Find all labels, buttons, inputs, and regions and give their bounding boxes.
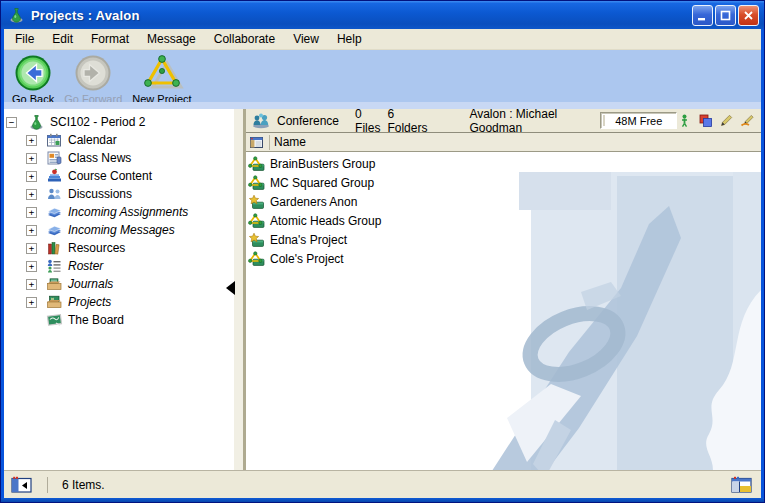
tree-expander[interactable]: +: [26, 297, 37, 308]
tree-item-discussions[interactable]: + Discussions: [4, 185, 234, 203]
menu-item-message[interactable]: Message: [138, 30, 205, 48]
list-item-label: BrainBusters Group: [270, 157, 375, 171]
toolbar: Go Back Go Forward New Project: [4, 50, 761, 102]
tree-expander[interactable]: +: [26, 171, 37, 182]
list-item-icon: [248, 251, 265, 267]
split-view-icon[interactable]: [731, 476, 753, 494]
list-item-label: Gardeners Anon: [270, 195, 357, 209]
tree-item-label: Roster: [68, 259, 103, 273]
tree-item-label: The Board: [68, 313, 124, 327]
tree-expander[interactable]: +: [26, 189, 37, 200]
tree-item-icon: [46, 132, 63, 148]
close-button[interactable]: [738, 5, 759, 26]
tree-item-incoming-messages[interactable]: + Incoming Messages: [4, 221, 234, 239]
list-item-cole-s-project[interactable]: Cole's Project: [246, 249, 761, 268]
status-bar: 6 Items.: [4, 470, 761, 498]
menu-item-help[interactable]: Help: [328, 30, 371, 48]
tree-item-roster[interactable]: + Roster: [4, 257, 234, 275]
menu-item-format[interactable]: Format: [82, 30, 138, 48]
tree-item-label: Resources: [68, 241, 125, 255]
window-title: Projects : Avalon: [31, 8, 140, 23]
tree-expander[interactable]: +: [26, 225, 37, 236]
menu-item-file[interactable]: File: [6, 30, 43, 48]
tree-item-icon: [46, 240, 63, 256]
tree-item-label: SCI102 - Period 2: [50, 115, 145, 129]
tree-item-the-board[interactable]: The Board: [4, 311, 234, 329]
tree-item-icon: [28, 114, 45, 130]
flask-app-icon: [8, 7, 26, 23]
panel-splitter[interactable]: [234, 109, 246, 470]
window-border-left: [1, 29, 4, 502]
tree-item-course-content[interactable]: + Course Content: [4, 167, 234, 185]
tree-expander: [26, 315, 37, 326]
list-item-label: MC Squared Group: [270, 176, 374, 190]
list-item-icon: [248, 156, 265, 172]
free-space-indicator: 48M Free: [600, 112, 677, 129]
tree-item-calendar[interactable]: + Calendar: [4, 131, 234, 149]
tree-item-journals[interactable]: + Journals: [4, 275, 234, 293]
tree-expander[interactable]: +: [26, 153, 37, 164]
go-forward-button[interactable]: Go Forward: [64, 54, 122, 105]
panel-toggle-icon[interactable]: [11, 476, 33, 494]
menu-item-collaborate[interactable]: Collaborate: [205, 30, 284, 48]
app-window: Projects : Avalon FileEditFormatMessageC…: [0, 0, 765, 503]
attendee-icon[interactable]: [677, 113, 692, 128]
tree-item-sci102-period-2[interactable]: − SCI102 - Period 2: [4, 113, 234, 131]
conference-action-icons: [677, 113, 755, 128]
conference-header-bar: Conference 0 Files 6 Folders Avalon : Mi…: [246, 109, 761, 133]
tree-expander[interactable]: −: [6, 117, 17, 128]
window-border-right: [761, 29, 764, 502]
tree-expander[interactable]: +: [26, 243, 37, 254]
list-item-gardeners-anon[interactable]: Gardeners Anon: [246, 192, 761, 211]
menu-item-view[interactable]: View: [284, 30, 328, 48]
tree-item-resources[interactable]: + Resources: [4, 239, 234, 257]
tree-item-icon: [46, 222, 63, 238]
title-bar[interactable]: Projects : Avalon: [1, 1, 764, 29]
list-item-icon: [248, 232, 265, 248]
list-item-mc-squared-group[interactable]: MC Squared Group: [246, 173, 761, 192]
minimize-button[interactable]: [692, 5, 713, 26]
menu-bar: FileEditFormatMessageCollaborateViewHelp: [2, 29, 763, 50]
tree-expander[interactable]: +: [26, 279, 37, 290]
go-back-button[interactable]: Go Back: [12, 54, 54, 105]
main-content: − SCI102 - Period 2 + Calendar + Class N…: [4, 109, 761, 470]
tree-item-icon: [46, 258, 63, 274]
tree-item-label: Incoming Assignments: [68, 205, 188, 219]
new-project-icon: [139, 54, 185, 92]
list-item-atomic-heads-group[interactable]: Atomic Heads Group: [246, 211, 761, 230]
go-forward-icon: [74, 54, 112, 92]
tree-item-icon: [46, 312, 63, 328]
signature-pencil-icon[interactable]: [740, 113, 755, 128]
file-list: BrainBusters Group MC Squared Group Gard…: [246, 152, 761, 268]
collapse-arrow-icon[interactable]: [226, 281, 235, 295]
name-column-label: Name: [274, 135, 306, 149]
list-item-label: Cole's Project: [270, 252, 344, 266]
tree-item-projects[interactable]: + Projects: [4, 293, 234, 311]
maximize-button[interactable]: [715, 5, 736, 26]
new-project-button[interactable]: New Project: [132, 54, 191, 105]
tree-item-incoming-assignments[interactable]: + Incoming Assignments: [4, 203, 234, 221]
list-item-brainbusters-group[interactable]: BrainBusters Group: [246, 154, 761, 173]
free-space-label: 48M Free: [615, 115, 662, 127]
name-column-icon: [249, 135, 270, 150]
overlap-windows-icon[interactable]: [698, 113, 713, 128]
pencil-icon[interactable]: [719, 113, 734, 128]
tree-item-icon: [46, 168, 63, 184]
tree-expander[interactable]: +: [26, 207, 37, 218]
items-count-label: 6 Items.: [62, 478, 105, 492]
file-list-area: BrainBusters Group MC Squared Group Gard…: [246, 152, 761, 470]
tree-item-label: Projects: [68, 295, 111, 309]
list-item-label: Atomic Heads Group: [270, 214, 381, 228]
tree-panel: − SCI102 - Period 2 + Calendar + Class N…: [4, 109, 234, 470]
tree-item-class-news[interactable]: + Class News: [4, 149, 234, 167]
tree-item-icon: [46, 204, 63, 220]
list-column-header[interactable]: Name: [246, 133, 761, 152]
tree-expander[interactable]: +: [26, 261, 37, 272]
files-count: 0 Files: [355, 109, 380, 135]
window-border-bottom: [1, 498, 764, 502]
list-item-edna-s-project[interactable]: Edna's Project: [246, 230, 761, 249]
menu-item-edit[interactable]: Edit: [43, 30, 82, 48]
tree-item-label: Course Content: [68, 169, 152, 183]
tree-expander[interactable]: +: [26, 135, 37, 146]
tree-item-icon: [46, 276, 63, 292]
